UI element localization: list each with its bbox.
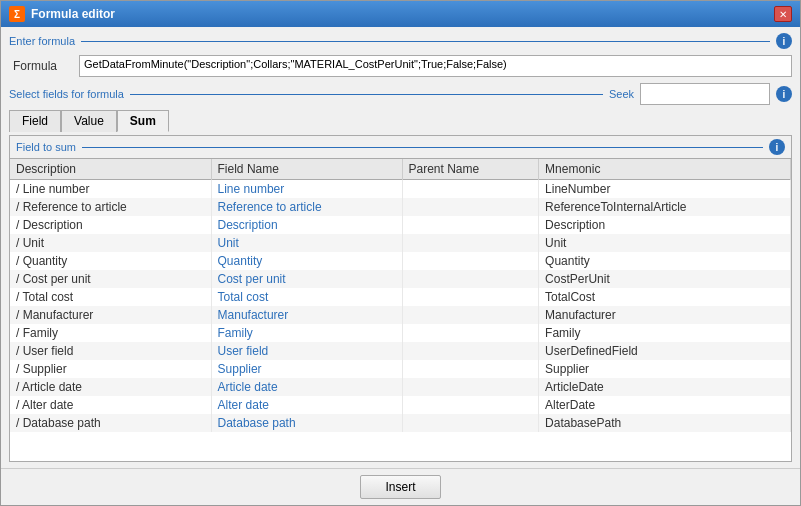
cell-mnemonic: DatabasePath (539, 414, 791, 432)
cell-field-name: Unit (211, 234, 402, 252)
title-bar: Σ Formula editor ✕ (1, 1, 800, 27)
cell-field-name: Description (211, 216, 402, 234)
table-row[interactable]: / QuantityQuantityQuantity (10, 252, 791, 270)
table-row[interactable]: / Cost per unitCost per unitCostPerUnit (10, 270, 791, 288)
cell-parent-name (402, 324, 539, 342)
col-parent-name: Parent Name (402, 159, 539, 180)
field-table-container[interactable]: Description Field Name Parent Name Mnemo… (10, 159, 791, 461)
cell-description: / Supplier (10, 360, 211, 378)
cell-parent-name (402, 360, 539, 378)
cell-mnemonic: LineNumber (539, 180, 791, 199)
field-to-sum-header: Field to sum i (10, 136, 791, 159)
field-to-sum-info-icon[interactable]: i (769, 139, 785, 155)
cell-mnemonic: Unit (539, 234, 791, 252)
col-description: Description (10, 159, 211, 180)
cell-mnemonic: Manufacturer (539, 306, 791, 324)
enter-formula-label: Enter formula (9, 35, 75, 47)
cell-description: / Line number (10, 180, 211, 199)
table-row[interactable]: / UnitUnitUnit (10, 234, 791, 252)
cell-mnemonic: CostPerUnit (539, 270, 791, 288)
enter-formula-section: Enter formula i (9, 33, 792, 49)
cell-field-name: Cost per unit (211, 270, 402, 288)
cell-mnemonic: ArticleDate (539, 378, 791, 396)
cell-field-name: Line number (211, 180, 402, 199)
cell-field-name: Total cost (211, 288, 402, 306)
table-header-row: Description Field Name Parent Name Mnemo… (10, 159, 791, 180)
cell-description: / Database path (10, 414, 211, 432)
table-row[interactable]: / Database pathDatabase pathDatabasePath (10, 414, 791, 432)
table-row[interactable]: / FamilyFamilyFamily (10, 324, 791, 342)
field-to-sum-label: Field to sum (16, 141, 76, 153)
enter-formula-info-icon[interactable]: i (776, 33, 792, 49)
cell-mnemonic: TotalCost (539, 288, 791, 306)
cell-description: / Quantity (10, 252, 211, 270)
select-fields-section: Select fields for formula Seek i (9, 83, 792, 105)
cell-mnemonic: ReferenceToInternalArticle (539, 198, 791, 216)
cell-field-name: Alter date (211, 396, 402, 414)
cell-parent-name (402, 342, 539, 360)
cell-field-name: User field (211, 342, 402, 360)
tab-sum[interactable]: Sum (117, 110, 169, 132)
table-row[interactable]: / Article dateArticle dateArticleDate (10, 378, 791, 396)
table-row[interactable]: / Line numberLine numberLineNumber (10, 180, 791, 199)
table-row[interactable]: / Reference to articleReference to artic… (10, 198, 791, 216)
col-field-name: Field Name (211, 159, 402, 180)
cell-mnemonic: Supplier (539, 360, 791, 378)
cell-description: / Cost per unit (10, 270, 211, 288)
select-fields-label: Select fields for formula (9, 88, 124, 100)
seek-line (130, 94, 603, 95)
table-row[interactable]: / User fieldUser fieldUserDefinedField (10, 342, 791, 360)
enter-formula-line (81, 41, 770, 42)
col-mnemonic: Mnemonic (539, 159, 791, 180)
table-row[interactable]: / SupplierSupplierSupplier (10, 360, 791, 378)
seek-input[interactable] (640, 83, 770, 105)
window-icon: Σ (9, 6, 25, 22)
cell-mnemonic: Description (539, 216, 791, 234)
tab-content: Field to sum i Description Field Name Pa… (9, 135, 792, 462)
cell-description: / Total cost (10, 288, 211, 306)
tabs-row: Field Value Sum (9, 109, 792, 131)
cell-description: / User field (10, 342, 211, 360)
cell-mnemonic: Quantity (539, 252, 791, 270)
insert-button[interactable]: Insert (360, 475, 440, 499)
cell-description: / Family (10, 324, 211, 342)
cell-parent-name (402, 216, 539, 234)
cell-description: / Alter date (10, 396, 211, 414)
cell-field-name: Family (211, 324, 402, 342)
cell-description: / Manufacturer (10, 306, 211, 324)
cell-mnemonic: Family (539, 324, 791, 342)
table-row[interactable]: / Total costTotal costTotalCost (10, 288, 791, 306)
cell-parent-name (402, 234, 539, 252)
table-row[interactable]: / ManufacturerManufacturerManufacturer (10, 306, 791, 324)
formula-row: Formula GetDataFromMinute("Description";… (9, 55, 792, 77)
cell-field-name: Supplier (211, 360, 402, 378)
close-button[interactable]: ✕ (774, 6, 792, 22)
cell-parent-name (402, 396, 539, 414)
window-title: Formula editor (31, 7, 115, 21)
cell-parent-name (402, 306, 539, 324)
main-content: Enter formula i Formula GetDataFromMinut… (1, 27, 800, 468)
cell-parent-name (402, 288, 539, 306)
cell-field-name: Article date (211, 378, 402, 396)
cell-parent-name (402, 270, 539, 288)
cell-field-name: Reference to article (211, 198, 402, 216)
seek-info-icon[interactable]: i (776, 86, 792, 102)
seek-label: Seek (609, 88, 634, 100)
cell-description: / Article date (10, 378, 211, 396)
cell-mnemonic: AlterDate (539, 396, 791, 414)
tab-field[interactable]: Field (9, 110, 61, 132)
cell-parent-name (402, 180, 539, 199)
cell-field-name: Quantity (211, 252, 402, 270)
cell-description: / Description (10, 216, 211, 234)
table-row[interactable]: / Alter dateAlter dateAlterDate (10, 396, 791, 414)
field-to-sum-line (82, 147, 763, 148)
tab-value[interactable]: Value (61, 110, 117, 132)
formula-label: Formula (13, 59, 73, 73)
cell-parent-name (402, 198, 539, 216)
cell-description: / Unit (10, 234, 211, 252)
field-table: Description Field Name Parent Name Mnemo… (10, 159, 791, 432)
footer: Insert (1, 468, 800, 505)
table-row[interactable]: / DescriptionDescriptionDescription (10, 216, 791, 234)
cell-mnemonic: UserDefinedField (539, 342, 791, 360)
formula-input[interactable]: GetDataFromMinute("Description";Collars;… (79, 55, 792, 77)
